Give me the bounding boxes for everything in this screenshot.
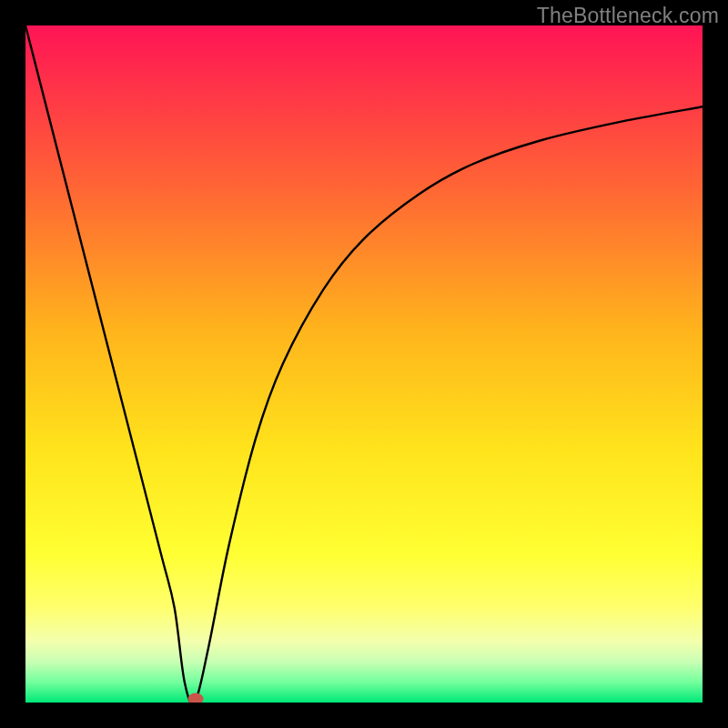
plot-area xyxy=(25,25,703,703)
watermark-text: TheBottleneck.com xyxy=(537,4,719,28)
bottleneck-curve-path xyxy=(25,25,703,703)
curve-svg xyxy=(25,25,703,703)
optimal-point-marker xyxy=(188,693,204,703)
chart-frame: TheBottleneck.com xyxy=(0,0,728,728)
